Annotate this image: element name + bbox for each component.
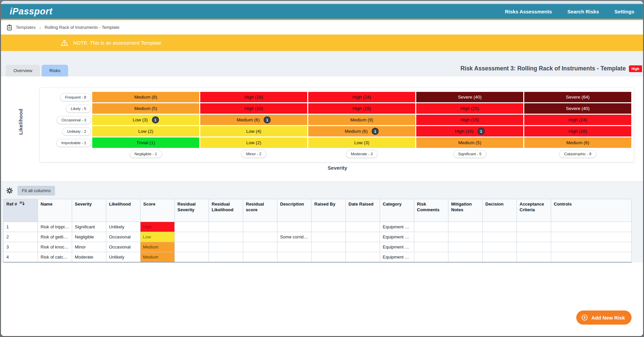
table-cell <box>448 232 483 242</box>
table-cell <box>483 222 517 232</box>
column-header-controls[interactable]: Controls <box>551 199 632 222</box>
app-logo: iPassport <box>10 6 53 17</box>
risk-level-badge: High <box>629 65 642 72</box>
matrix-cell-medium-9[interactable]: Medium (9) <box>308 115 415 125</box>
severity-label-moderate-3[interactable]: Moderate - 3 <box>346 150 378 158</box>
matrix-cell-high-16[interactable]: High (16) <box>200 92 307 102</box>
matrix-cell-low-2[interactable]: Low (2) <box>92 126 199 136</box>
severity-label-negligible-1[interactable]: Negligible - 1 <box>129 150 162 158</box>
matrix-cell-medium-6[interactable]: Medium (6)1 <box>308 126 415 136</box>
matrix-cell-high-10[interactable]: High (10)1 <box>416 126 523 136</box>
column-header-risk-comments[interactable]: Risk Comments <box>414 199 448 222</box>
table-cell: Equipment … <box>380 232 414 242</box>
column-header-raised-by[interactable]: Raised By <box>312 199 346 222</box>
matrix-cell-trivial-1[interactable]: Trivial (1) <box>92 137 199 148</box>
column-header-likelihood[interactable]: Likelihood <box>106 199 141 222</box>
table-cell <box>346 242 380 252</box>
severity-label-catastrophic-8[interactable]: Catastrophic - 8 <box>559 150 596 158</box>
column-header-description[interactable]: Description <box>277 199 312 222</box>
matrix-cell-label: Severe (64) <box>566 95 590 100</box>
breadcrumb: Templates›Rolling Rack of Instruments - … <box>1 20 643 35</box>
nav-link-risks-assessments[interactable]: Risks Assessments <box>505 9 552 14</box>
matrix-cell-label: Low (4) <box>246 129 261 134</box>
matrix-cell-medium-5[interactable]: Medium (5) <box>416 137 523 148</box>
column-header-acceptance-criteria[interactable]: Acceptance Criteria <box>517 199 551 222</box>
matrix-cell-medium-8[interactable]: Medium (8) <box>92 92 199 102</box>
likelihood-axis-label: Likelihood <box>18 93 23 151</box>
table-cell: Unlikely <box>106 222 141 232</box>
tab-overview[interactable]: Overview <box>6 65 40 76</box>
likelihood-label-likely-5[interactable]: Likely - 5 <box>66 105 91 113</box>
gear-icon[interactable] <box>6 187 13 194</box>
risk-matrix-grid: Frequent - 8Medium (8)High (16)High (24)… <box>42 92 631 159</box>
column-header-date-raised[interactable]: Date Raised <box>346 199 380 222</box>
matrix-cell-severe-40[interactable]: Severe (40) <box>524 103 631 114</box>
likelihood-label-improbable-1[interactable]: Improbable - 1 <box>56 139 91 147</box>
breadcrumb-item-templates[interactable]: Templates <box>16 25 36 30</box>
matrix-cell-label: High (24) <box>569 117 587 122</box>
matrix-cell-low-3[interactable]: Low (3)1 <box>92 115 199 125</box>
table-cell <box>517 222 551 232</box>
matrix-cell-low-4[interactable]: Low (4) <box>200 126 307 136</box>
likelihood-label-frequent-8[interactable]: Frequent - 8 <box>60 93 91 101</box>
matrix-cell-low-3[interactable]: Low (3) <box>308 137 415 148</box>
matrix-cell-label: High (10) <box>245 106 263 111</box>
column-header-score[interactable]: Score <box>141 199 175 222</box>
table-cell <box>243 242 277 252</box>
score-cell: High <box>141 222 175 232</box>
table-cell: Occasional <box>106 232 141 242</box>
table-cell <box>277 222 312 232</box>
risk-count-badge: 1 <box>478 128 485 135</box>
matrix-cell-label: Medium (5) <box>458 140 481 145</box>
table-cell <box>346 222 380 232</box>
table-row[interactable]: 2Risk of getti…NegligibleOccasionalLowSo… <box>4 232 632 242</box>
column-header-category[interactable]: Category <box>380 199 414 222</box>
table-cell: 3 <box>4 242 38 252</box>
table-cell <box>517 232 551 242</box>
breadcrumb-item-rolling-rack-of-instruments-template: Rolling Rack of Instruments - Template <box>45 25 119 30</box>
matrix-cell-low-2[interactable]: Low (2) <box>200 137 307 148</box>
matrix-cell-high-24[interactable]: High (24) <box>524 115 631 125</box>
nav-link-search-risks[interactable]: Search Risks <box>568 9 599 14</box>
nav-link-settings[interactable]: Settings <box>614 9 634 14</box>
matrix-cell-medium-6[interactable]: Medium (6)1 <box>200 115 307 125</box>
matrix-cell-high-16[interactable]: High (16) <box>524 126 631 136</box>
column-header-residual-score[interactable]: Residual score <box>243 199 277 222</box>
matrix-cell-label: Medium (6) <box>237 117 260 122</box>
tab-risks[interactable]: Risks <box>42 65 68 76</box>
matrix-cell-high-25[interactable]: High (25) <box>416 103 523 114</box>
matrix-cell-high-10[interactable]: High (10) <box>200 103 307 114</box>
column-header-severity[interactable]: Severity <box>72 199 106 222</box>
matrix-cell-high-15[interactable]: High (15) <box>416 115 523 125</box>
table-cell: 2 <box>4 232 38 242</box>
likelihood-label-unlikely-2[interactable]: Unlikely - 2 <box>62 127 91 135</box>
matrix-cell-label: High (25) <box>461 106 479 111</box>
table-row[interactable]: 4Risk of catc…ModerateUnlikelyMediumEqui… <box>4 252 632 262</box>
matrix-cell-high-15[interactable]: High (15) <box>308 103 415 114</box>
table-cell <box>209 222 243 232</box>
table-cell <box>277 242 312 252</box>
matrix-cell-severe-64[interactable]: Severe (64) <box>524 92 631 102</box>
table-row[interactable]: 1Risk of trippi…SignificantUnlikelyHighE… <box>4 222 632 232</box>
table-cell <box>209 252 243 262</box>
severity-label-minor-2[interactable]: Minor - 2 <box>241 150 266 158</box>
fit-all-columns-button[interactable]: Fit all columns <box>17 186 55 195</box>
table-cell <box>448 242 483 252</box>
column-header-name[interactable]: Name <box>38 199 72 222</box>
column-header-decision[interactable]: Decision <box>483 199 517 222</box>
column-header-mitigation-notes[interactable]: Mitigation Notes <box>448 199 483 222</box>
table-row[interactable]: 3Risk of knoc…MinorOccasionalMediumEquip… <box>4 242 632 252</box>
matrix-cell-medium-5[interactable]: Medium (5) <box>92 103 199 114</box>
score-value: High <box>141 222 174 232</box>
table-cell <box>312 252 346 262</box>
severity-label-significant-5[interactable]: Significant - 5 <box>453 150 487 158</box>
column-header-ref[interactable]: Ref # <box>4 199 38 222</box>
matrix-cell-medium-8[interactable]: Medium (8) <box>524 137 631 148</box>
matrix-cell-severe-40[interactable]: Severe (40) <box>416 92 523 102</box>
add-new-risk-button[interactable]: Add New Risk <box>576 311 632 325</box>
matrix-cell-high-24[interactable]: High (24) <box>308 92 415 102</box>
risk-matrix-card: Frequent - 8Medium (8)High (16)High (24)… <box>40 88 634 162</box>
column-header-residual-severity[interactable]: Residual Severity <box>175 199 209 222</box>
likelihood-label-occasional-3[interactable]: Occasional - 3 <box>56 116 91 124</box>
column-header-residual-likelihood[interactable]: Residual Likelihood <box>209 199 243 222</box>
